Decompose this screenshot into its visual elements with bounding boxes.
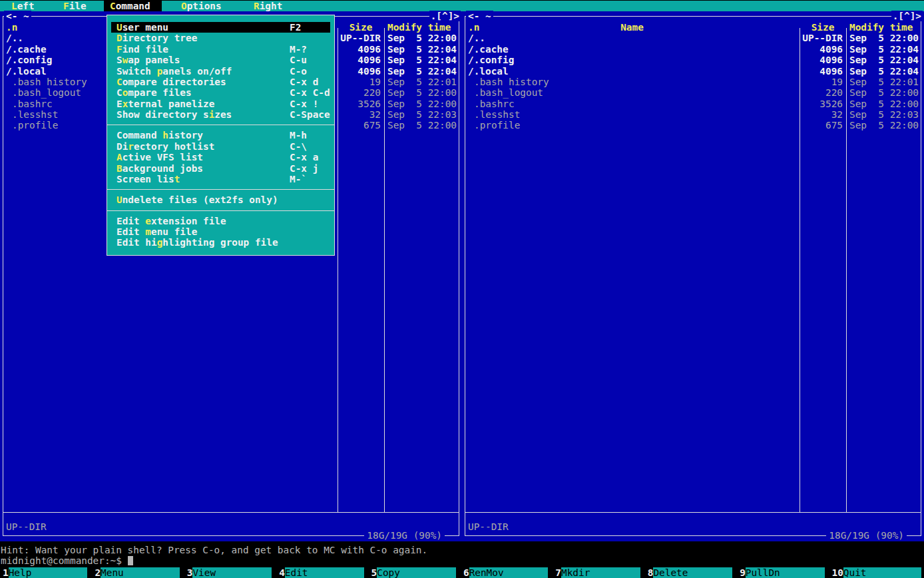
file-size: UP--DIR [800, 33, 846, 43]
file-row-config[interactable]: /.config4096Sep 5 22:04 [465, 55, 921, 65]
panel-updir-marker[interactable]: .[^]> [891, 11, 923, 21]
fkey-4-edit[interactable]: 4Edit [279, 567, 371, 578]
fkey-number: 4 [279, 567, 285, 578]
file-row-bash-history[interactable]: .bash_history19Sep 5 22:01 [465, 77, 921, 87]
file-row-bashrc[interactable]: .bashrc3526Sep 5 22:00 [465, 99, 921, 109]
fkey-label: Copy [377, 567, 456, 578]
file-mtime: Sep 5 22:00 [384, 120, 459, 131]
function-key-bar: 1Help2Menu3View4Edit5Copy6RenMov7Mkdir8D… [0, 567, 924, 578]
file-size: 32 [800, 109, 846, 120]
menubar-item-file[interactable]: File [63, 1, 87, 12]
menu-item-shortcut: C-x a [290, 152, 318, 162]
menu-item-shortcut: M-h [290, 130, 307, 141]
menu-item-user-menu[interactable]: User menuF2 [111, 22, 330, 33]
file-row-lesshst[interactable]: .lesshst32Sep 5 22:03 [465, 109, 921, 120]
fkey-number: 9 [740, 567, 746, 578]
menu-item-shortcut: F2 [290, 22, 301, 33]
fkey-label: Delete [653, 567, 732, 578]
fkey-6-renmov[interactable]: 6RenMov [463, 567, 555, 578]
menu-item-undelete-files-ext2fs-only[interactable]: Undelete files (ext2fs only) [111, 194, 330, 205]
name-column-header[interactable]: .nName [465, 22, 800, 33]
fkey-1-help[interactable]: 1Help [3, 567, 95, 578]
right-file-panel: <- ~ .[^]> .nName Size Modify time /..UP… [462, 11, 924, 541]
file-size: 4096 [800, 44, 846, 55]
file-mtime: Sep 5 22:00 [846, 99, 921, 109]
file-mtime: Sep 5 22:03 [846, 109, 921, 120]
command-line[interactable]: midnight@commander:~$ [1, 555, 133, 566]
fkey-3-view[interactable]: 3View [187, 567, 279, 578]
menubar-item-options[interactable]: Options [181, 1, 222, 12]
panel-updir-marker[interactable]: .[^]> [429, 11, 461, 21]
menu-item-active-vfs-list[interactable]: Active VFS listC-x a [111, 152, 330, 162]
file-size: UP--DIR [338, 33, 384, 43]
menu-item-background-jobs[interactable]: Background jobsC-x j [111, 163, 330, 174]
menu-item-shortcut: C-x d [290, 77, 318, 87]
file-row-bash-logout[interactable]: .bash_logout220Sep 5 22:00 [465, 87, 921, 98]
fkey-label: RenMov [469, 567, 549, 578]
file-mtime: Sep 5 22:04 [384, 55, 459, 65]
menu-separator [107, 125, 334, 125]
menu-item-show-directory-sizes[interactable]: Show directory sizesC-Space [111, 109, 330, 120]
file-name: .bash_history [465, 77, 800, 87]
file-name: .bash_logout [465, 87, 800, 98]
size-column-header[interactable]: Size [338, 22, 384, 33]
file-mtime: Sep 5 22:01 [846, 77, 921, 87]
file-mtime: Sep 5 22:04 [384, 66, 459, 77]
menu-item-shortcut: C-Space [290, 109, 330, 120]
fkey-label: Quit [843, 567, 921, 578]
file-mtime: Sep 5 22:04 [846, 66, 921, 77]
fkey-label: Menu [101, 567, 180, 578]
menu-item-edit-highlighting-group-file[interactable]: Edit highlighting group file [111, 237, 330, 248]
mtime-column-header[interactable]: Modify time [384, 22, 459, 33]
file-size: 220 [338, 87, 384, 98]
menubar-item-command[interactable]: Command [104, 1, 162, 12]
menu-item-external-panelize[interactable]: External panelizeC-x ! [111, 99, 330, 109]
sort-indicator: .n [468, 22, 479, 33]
mtime-column-header[interactable]: Modify time [846, 22, 921, 33]
fkey-2-menu[interactable]: 2Menu [95, 567, 186, 578]
menu-item-edit-extension-file[interactable]: Edit extension file [111, 216, 330, 226]
size-column-header[interactable]: Size [800, 22, 846, 33]
fkey-7-mkdir[interactable]: 7Mkdir [555, 567, 647, 578]
fkey-label: PullDn [746, 567, 825, 578]
panel-path-title: <- ~ [4, 11, 31, 21]
fkey-10-quit[interactable]: 10Quit [832, 567, 924, 578]
panel-path-title: <- ~ [466, 11, 493, 21]
menu-item-edit-menu-file[interactable]: Edit menu file [111, 226, 330, 237]
fkey-8-delete[interactable]: 8Delete [648, 567, 740, 578]
menu-item-screen-list[interactable]: Screen listM-` [111, 174, 330, 184]
menu-item-shortcut: C-x C-d [290, 87, 330, 98]
menu-item-directory-hotlist[interactable]: Directory hotlistC-\ [111, 141, 330, 152]
menu-bar: LeftFileCommandOptionsRight [0, 1, 924, 12]
free-space-label: 18G/19G (90%) [826, 530, 907, 541]
menu-item-shortcut: M-` [290, 174, 307, 184]
menu-item-shortcut: C-u [290, 55, 307, 65]
file-size: 4096 [800, 55, 846, 65]
fkey-number: 7 [555, 567, 561, 578]
fkey-9-pulldn[interactable]: 9PullDn [740, 567, 831, 578]
file-mtime: Sep 5 22:00 [384, 99, 459, 109]
mini-status: UP--DIR [6, 521, 47, 532]
file-size: 3526 [800, 99, 846, 109]
menu-separator [107, 189, 334, 190]
file-row-[interactable]: /..UP--DIRSep 5 22:00 [465, 33, 921, 43]
menu-item-find-file[interactable]: Find fileM-? [111, 44, 330, 55]
file-row-local[interactable]: /.local4096Sep 5 22:04 [465, 66, 921, 77]
file-size: 4096 [800, 66, 846, 77]
fkey-label: Mkdir [561, 567, 640, 578]
file-mtime: Sep 5 22:00 [846, 87, 921, 98]
file-size: 32 [338, 109, 384, 120]
menu-item-swap-panels[interactable]: Swap panelsC-u [111, 55, 330, 65]
file-size: 19 [338, 77, 384, 87]
fkey-5-copy[interactable]: 5Copy [371, 567, 463, 578]
file-list: /..UP--DIRSep 5 22:00/.cache4096Sep 5 22… [465, 33, 921, 131]
menu-item-command-history[interactable]: Command historyM-h [111, 130, 330, 141]
file-row-cache[interactable]: /.cache4096Sep 5 22:04 [465, 44, 921, 55]
menu-item-compare-directories[interactable]: Compare directoriesC-x d [111, 77, 330, 87]
menu-item-compare-files[interactable]: Compare filesC-x C-d [111, 87, 330, 98]
menu-item-switch-panels-on-off[interactable]: Switch panels on/offC-o [111, 66, 330, 77]
file-row-profile[interactable]: .profile675Sep 5 22:00 [465, 120, 921, 131]
menu-item-directory-tree[interactable]: Directory tree [111, 33, 330, 43]
menubar-item-right[interactable]: Right [254, 1, 282, 12]
file-mtime: Sep 5 22:01 [384, 77, 459, 87]
